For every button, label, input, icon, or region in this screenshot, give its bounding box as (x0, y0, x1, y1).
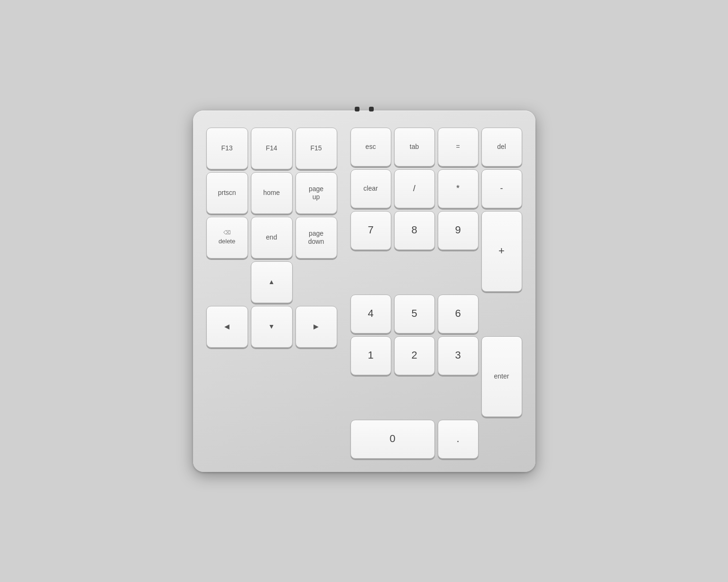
key-f15-label: F15 (310, 144, 322, 152)
right-section: esc tab = del clear / * - (350, 124, 522, 459)
key-home[interactable]: home (251, 172, 293, 214)
key-plus-label: + (498, 245, 505, 257)
key-4[interactable]: 4 (350, 295, 391, 333)
key-enter-label: enter (494, 372, 509, 380)
row-np-6: 0 . (350, 420, 522, 459)
row-arrow-lr: ◀ ▼ ▶ (206, 306, 337, 348)
key-delete[interactable]: ⌫ delete (206, 217, 248, 259)
connector-ports (355, 107, 374, 111)
key-esc-label: esc (366, 143, 376, 151)
key-3[interactable]: 3 (438, 336, 479, 375)
key-equals[interactable]: = (438, 128, 479, 166)
key-f13[interactable]: F13 (206, 128, 248, 169)
key-0[interactable]: 0 (350, 420, 435, 459)
row-np-1: esc tab = del (350, 128, 522, 166)
keyboard: F13 F14 F15 prtscn home page up ⌫ (193, 111, 535, 472)
key-1-label: 1 (368, 349, 373, 361)
key-prtscn-label: prtscn (218, 189, 236, 197)
key-5[interactable]: 5 (394, 295, 435, 333)
key-prtscn[interactable]: prtscn (206, 172, 248, 214)
key-home-label: home (263, 189, 280, 197)
key-8[interactable]: 8 (394, 211, 435, 250)
key-dot-label: . (456, 433, 459, 445)
key-3-label: 3 (455, 349, 461, 361)
row-np-4: 4 5 6 (350, 295, 522, 333)
key-plus[interactable]: + (481, 211, 522, 292)
key-7-label: 7 (368, 224, 373, 236)
key-arrow-left-label: ◀ (224, 323, 230, 331)
key-arrow-down-label: ▼ (268, 323, 275, 331)
key-2-label: 2 (411, 349, 417, 361)
key-5-label: 5 (411, 307, 417, 320)
key-pageup-label: page up (309, 185, 323, 201)
key-2[interactable]: 2 (394, 336, 435, 375)
key-dot[interactable]: . (438, 420, 479, 459)
port-left (355, 107, 359, 111)
row-nav-bottom: ⌫ delete end page down (206, 217, 337, 259)
left-section: F13 F14 F15 prtscn home page up ⌫ (206, 124, 337, 459)
row-np-2: clear / * - (350, 169, 522, 208)
key-arrow-down[interactable]: ▼ (251, 306, 293, 348)
row-nav-top: prtscn home page up (206, 172, 337, 214)
port-right (369, 107, 374, 111)
row-function-keys: F13 F14 F15 (206, 128, 337, 169)
key-f14-label: F14 (266, 144, 277, 152)
key-f13-label: F13 (221, 144, 232, 152)
key-6-label: 6 (455, 307, 461, 320)
row-np-3: 7 8 9 + (350, 211, 522, 292)
key-4-label: 4 (368, 307, 373, 320)
key-divide[interactable]: / (394, 169, 435, 208)
key-equals-label: = (456, 143, 460, 151)
key-enter[interactable]: enter (481, 336, 522, 417)
key-f15[interactable]: F15 (295, 128, 337, 169)
key-9-label: 9 (455, 224, 461, 236)
key-0-label: 0 (389, 433, 395, 445)
key-divide-label: / (413, 184, 415, 194)
key-6[interactable]: 6 (438, 295, 479, 333)
key-arrow-left[interactable]: ◀ (206, 306, 248, 348)
key-arrow-up-label: ▲ (268, 278, 275, 286)
key-pagedown-label: page down (308, 230, 324, 246)
key-minus[interactable]: - (481, 169, 522, 208)
arrow-spacer-right (295, 261, 337, 303)
key-del[interactable]: del (481, 128, 522, 166)
key-clear-label: clear (363, 185, 378, 193)
key-tab-label: tab (410, 143, 419, 151)
key-minus-label: - (500, 184, 503, 194)
key-arrow-right-label: ▶ (313, 323, 319, 331)
key-f14[interactable]: F14 (251, 128, 293, 169)
key-arrow-right[interactable]: ▶ (295, 306, 337, 348)
arrow-spacer-left (206, 261, 248, 303)
key-tab[interactable]: tab (394, 128, 435, 166)
delete-icon: ⌫ (223, 230, 231, 236)
key-pageup[interactable]: page up (295, 172, 337, 214)
key-del-label: del (497, 143, 506, 151)
key-arrow-up[interactable]: ▲ (251, 261, 293, 303)
row-np-5: 1 2 3 enter (350, 336, 522, 417)
key-end-label: end (266, 233, 277, 241)
key-7[interactable]: 7 (350, 211, 391, 250)
key-pagedown[interactable]: page down (295, 217, 337, 259)
key-multiply-label: * (456, 184, 460, 194)
key-multiply[interactable]: * (438, 169, 479, 208)
key-8-label: 8 (411, 224, 417, 236)
key-1[interactable]: 1 (350, 336, 391, 375)
key-esc[interactable]: esc (350, 128, 391, 166)
key-delete-label: delete (219, 238, 235, 245)
key-9[interactable]: 9 (438, 211, 479, 250)
row-arrow-up: ▲ (206, 261, 337, 303)
key-clear[interactable]: clear (350, 169, 391, 208)
key-end[interactable]: end (251, 217, 293, 259)
